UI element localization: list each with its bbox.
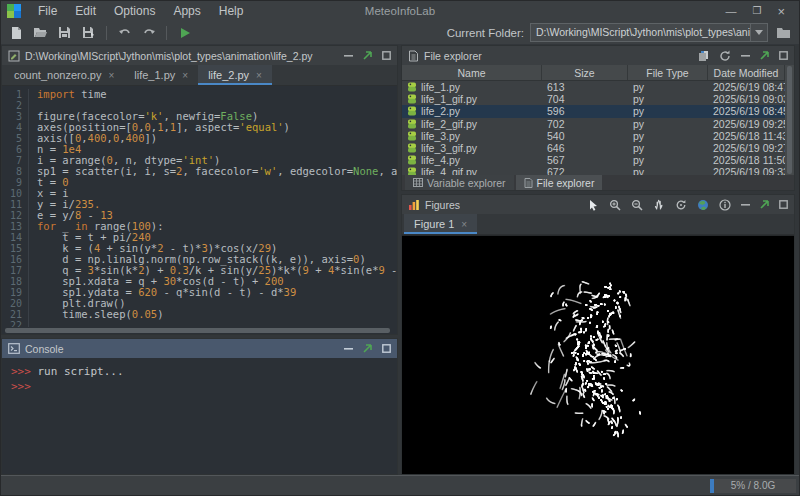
meteoinfo-logo-icon — [7, 4, 21, 18]
code-line-text: import time — [37, 89, 107, 100]
table-row[interactable]: life_4_gif.py672py2025/6/19 09:33 — [402, 166, 785, 175]
line-number: 20 — [2, 298, 29, 309]
menu-edit[interactable]: Edit — [66, 3, 105, 19]
figure-canvas[interactable] — [402, 236, 794, 474]
menu-file[interactable]: File — [29, 3, 66, 19]
table-row[interactable]: life_1_gif.py704py2025/6/19 09:03 — [402, 93, 785, 105]
chevron-down-icon[interactable] — [750, 24, 767, 41]
line-number: 10 — [2, 188, 29, 199]
minimize-panel-icon[interactable] — [741, 55, 750, 57]
menu-options[interactable]: Options — [105, 3, 164, 19]
run-script-icon[interactable] — [175, 23, 194, 42]
column-header-name[interactable]: Name — [402, 65, 542, 80]
code-token: 400 — [126, 132, 145, 144]
save-icon[interactable] — [55, 23, 74, 42]
float-panel-icon[interactable] — [363, 51, 372, 60]
window-close-icon[interactable]: × — [777, 5, 785, 18]
rotate-icon[interactable] — [675, 199, 687, 211]
menu-help[interactable]: Help — [210, 3, 253, 19]
copy-path-icon[interactable] — [698, 50, 709, 62]
select-cursor-icon[interactable] — [588, 199, 599, 211]
file-size-cell: 704 — [542, 93, 628, 105]
figure-tab-figure-1[interactable]: Figure 1× — [404, 214, 477, 234]
tab-label: count_nonzero.py — [14, 69, 101, 81]
new-file-icon[interactable] — [7, 23, 26, 42]
browse-folder-icon[interactable] — [774, 23, 793, 42]
minimize-panel-icon[interactable] — [344, 55, 353, 57]
table-row[interactable]: life_4.py567py2025/6/18 11:50 — [402, 154, 785, 166]
python-file-icon — [407, 167, 417, 175]
cell-value: 2025/6/18 11:43 — [713, 130, 785, 142]
file-name: life_1.py — [421, 81, 460, 93]
cell-value: 596 — [547, 105, 565, 117]
table-row[interactable]: life_2.py596py2025/6/19 08:45 — [402, 105, 785, 117]
bottom-tab-file-explorer[interactable]: File explorer — [516, 175, 603, 190]
current-folder-select[interactable]: D:\Working\MIScript\Jython\mis\plot_type… — [530, 23, 768, 42]
code-token: None — [353, 165, 378, 177]
line-number: 8 — [2, 166, 29, 177]
table-row[interactable]: life_3_gif.py646py2025/6/19 09:27 — [402, 142, 785, 154]
editor-tab-life_1-py[interactable]: life_1.py× — [124, 65, 198, 85]
file-size-cell: 646 — [542, 142, 628, 154]
memory-usage-text: 5% / 8.0G — [731, 480, 775, 491]
editor-hscrollbar-thumb[interactable] — [5, 328, 390, 333]
figure-tabbar: Figure 1× — [402, 214, 794, 235]
menu-bar: MeteoInfoLab FileEditOptionsAppsHelp — ❐… — [1, 1, 799, 21]
menu-apps[interactable]: Apps — [164, 3, 209, 19]
window-minimize-icon[interactable]: — — [725, 6, 736, 17]
editor-panel: D:\Working\MIScript\Jython\mis\plot_type… — [1, 45, 398, 335]
save-as-icon[interactable] — [79, 23, 98, 42]
line-number: 2 — [2, 100, 29, 111]
bottom-tab-variable-explorer[interactable]: Variable explorer — [405, 175, 514, 190]
float-panel-icon[interactable] — [760, 200, 769, 209]
maximize-panel-icon[interactable] — [779, 200, 788, 209]
minimize-panel-icon[interactable] — [344, 348, 353, 350]
column-header-file-type[interactable]: File Type — [628, 65, 708, 80]
float-panel-icon[interactable] — [363, 344, 372, 353]
python-file-icon — [407, 143, 417, 153]
undo-icon[interactable] — [115, 23, 134, 42]
table-row[interactable]: life_3.py540py2025/6/18 11:43 — [402, 130, 785, 142]
tab-close-icon[interactable]: × — [461, 219, 467, 230]
table-row[interactable]: life_1.py613py2025/6/19 08:47 — [402, 81, 785, 93]
line-number: 9 — [2, 177, 29, 188]
zoom-out-icon[interactable] — [631, 199, 643, 211]
tab-label: life_2.py — [208, 69, 249, 81]
maximize-panel-icon[interactable] — [382, 51, 391, 60]
code-editor[interactable]: 1import time23figure(facecolor='k', newf… — [2, 86, 397, 334]
code-token: , edgecolor= — [277, 165, 353, 177]
file-name-cell: life_1.py — [402, 81, 542, 93]
tab-close-icon[interactable]: × — [182, 70, 188, 81]
console-body[interactable]: >>> run script...>>> — [2, 358, 397, 474]
open-file-icon[interactable] — [31, 23, 50, 42]
cell-value: py — [633, 130, 644, 142]
file-type-cell: py — [628, 81, 708, 93]
file-table-vscrollbar-thumb[interactable] — [787, 66, 792, 174]
editor-tab-life_2-py[interactable]: life_2.py× — [198, 65, 272, 85]
maximize-panel-icon[interactable] — [382, 344, 391, 353]
redo-icon[interactable] — [139, 23, 158, 42]
code-token: - d* — [385, 264, 397, 276]
console-output-text: run script... — [31, 365, 124, 378]
pan-hand-icon[interactable] — [653, 199, 665, 211]
cell-value: py — [633, 118, 644, 130]
globe-icon[interactable] — [697, 199, 709, 211]
file-type-cell: py — [628, 105, 708, 117]
identify-info-icon[interactable] — [719, 199, 731, 211]
minimize-panel-icon[interactable] — [741, 204, 750, 206]
float-panel-icon[interactable] — [760, 51, 769, 60]
table-row[interactable]: life_2_gif.py702py2025/6/19 09:25 — [402, 118, 785, 130]
zoom-in-icon[interactable] — [609, 199, 621, 211]
refresh-icon[interactable] — [719, 50, 731, 62]
memory-indicator[interactable]: 5% / 8.0G — [710, 479, 796, 493]
tab-close-icon[interactable]: × — [256, 70, 262, 81]
line-number: 19 — [2, 287, 29, 298]
maximize-panel-icon[interactable] — [779, 51, 788, 60]
window-maximize-icon[interactable]: ❐ — [752, 6, 761, 16]
tab-close-icon[interactable]: × — [108, 70, 114, 81]
editor-tab-count_nonzero-py[interactable]: count_nonzero.py× — [4, 65, 124, 85]
column-header-size[interactable]: Size — [542, 65, 628, 80]
variable-explorer-icon — [413, 178, 423, 187]
column-header-date-modified[interactable]: Date Modified — [708, 65, 785, 80]
code-line-text: sp1 = scatter(i, i, s=2, facecolor='w', … — [37, 166, 397, 177]
